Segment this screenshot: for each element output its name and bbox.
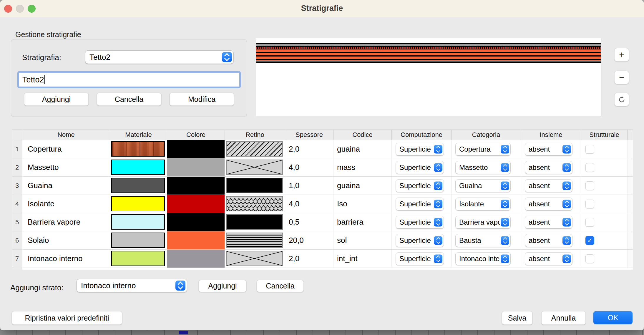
computazione-select[interactable]: Superficie xyxy=(396,234,444,247)
strutturale-checkbox[interactable] xyxy=(585,145,594,154)
codice-cell[interactable]: int_int xyxy=(333,250,392,268)
retino-cell[interactable] xyxy=(225,195,285,213)
nome-cell[interactable]: Solaio xyxy=(22,231,110,249)
materiale-cell[interactable] xyxy=(110,158,167,176)
nome-cell[interactable]: Intonaco interno xyxy=(22,250,110,268)
nome-cell[interactable]: Isolante xyxy=(22,195,110,213)
column-header-computazione[interactable]: Computazione xyxy=(392,130,452,140)
colore-cell[interactable] xyxy=(167,140,225,158)
color-swatch[interactable] xyxy=(167,213,225,231)
color-swatch[interactable] xyxy=(167,177,225,195)
computazione-select[interactable]: Superficie xyxy=(396,161,444,174)
codice-cell[interactable]: guaina xyxy=(333,177,392,195)
categoria-select[interactable]: Copertura xyxy=(456,143,510,155)
codice-cell[interactable]: barriera xyxy=(333,213,392,231)
delete-stratigraphy-button[interactable]: Cancella xyxy=(97,93,161,106)
material-swatch[interactable] xyxy=(111,196,165,211)
zoom-out-button[interactable]: − xyxy=(614,71,629,84)
pattern-swatch[interactable] xyxy=(226,141,283,157)
retino-cell[interactable] xyxy=(225,140,285,158)
codice-cell[interactable]: mass xyxy=(333,158,392,176)
categoria-select[interactable]: Intonaco interno xyxy=(456,253,510,265)
pattern-swatch[interactable] xyxy=(226,196,283,211)
retino-cell[interactable] xyxy=(225,158,285,176)
spessore-cell[interactable]: 2,0 xyxy=(285,250,333,268)
spessore-cell[interactable]: 2,0 xyxy=(285,140,333,158)
ok-button[interactable]: OK xyxy=(593,311,633,324)
column-header-strutturale[interactable]: Strutturale xyxy=(581,130,628,140)
codice-cell[interactable]: Iso xyxy=(333,195,392,213)
insieme-select[interactable]: absent xyxy=(525,161,572,174)
insieme-select[interactable]: absent xyxy=(525,216,572,228)
pattern-swatch[interactable] xyxy=(226,251,283,266)
delete-layer-button[interactable]: Cancella xyxy=(257,280,304,292)
materiale-cell[interactable] xyxy=(110,195,167,213)
computazione-select[interactable]: Superficie xyxy=(396,143,444,155)
strutturale-checkbox[interactable] xyxy=(585,200,594,208)
materiale-cell[interactable] xyxy=(110,177,167,195)
color-swatch[interactable] xyxy=(167,158,225,176)
categoria-select[interactable]: Isolante xyxy=(456,198,510,210)
codice-cell[interactable]: guaina xyxy=(333,140,392,158)
pattern-swatch[interactable] xyxy=(226,214,283,230)
colore-cell[interactable] xyxy=(167,250,225,268)
strutturale-checkbox[interactable] xyxy=(585,163,594,172)
cancel-button[interactable]: Annulla xyxy=(541,311,586,325)
spessore-cell[interactable]: 4,0 xyxy=(285,158,333,176)
colore-cell[interactable] xyxy=(167,158,225,176)
add-stratigraphy-button[interactable]: Aggiungi xyxy=(24,93,89,106)
retino-cell[interactable] xyxy=(225,177,285,195)
column-header-categoria[interactable]: Categoria xyxy=(452,130,521,140)
color-swatch[interactable] xyxy=(167,195,225,213)
strutturale-checkbox[interactable] xyxy=(585,254,594,263)
color-swatch[interactable] xyxy=(167,250,225,268)
computazione-select[interactable]: Superficie xyxy=(396,198,444,210)
strutturale-checkbox[interactable] xyxy=(585,181,594,190)
save-button[interactable]: Salva xyxy=(502,311,532,325)
insieme-select[interactable]: absent xyxy=(525,253,572,265)
computazione-select[interactable]: Superficie xyxy=(396,253,444,265)
categoria-select[interactable]: Barriera vapore xyxy=(456,216,510,228)
add-layer-button[interactable]: Aggiungi xyxy=(199,280,246,292)
colore-cell[interactable] xyxy=(167,195,225,213)
zoom-in-button[interactable]: + xyxy=(614,48,629,62)
colore-cell[interactable] xyxy=(167,177,225,195)
codice-cell[interactable]: sol xyxy=(333,231,392,249)
insieme-select[interactable]: absent xyxy=(525,143,572,155)
column-header-insieme[interactable]: Insieme xyxy=(521,130,581,140)
spessore-cell[interactable]: 4,0 xyxy=(285,195,333,213)
stratigraphy-name-input[interactable]: Tetto2 xyxy=(19,72,240,87)
materiale-cell[interactable] xyxy=(110,213,167,231)
materiale-cell[interactable] xyxy=(110,140,167,158)
strutturale-checkbox[interactable]: ✓ xyxy=(585,236,594,245)
pattern-swatch[interactable] xyxy=(226,178,283,193)
insieme-select[interactable]: absent xyxy=(525,198,572,210)
column-header-spessore[interactable]: Spessore xyxy=(285,130,333,140)
column-header-codice[interactable]: Codice xyxy=(333,130,392,140)
material-swatch[interactable] xyxy=(111,214,165,230)
column-header-nome[interactable]: Nome xyxy=(22,130,110,140)
categoria-select[interactable]: Bausta xyxy=(456,234,510,247)
column-header-materiale[interactable]: Materiale xyxy=(110,130,167,140)
nome-cell[interactable]: Massetto xyxy=(22,158,110,176)
categoria-select[interactable]: Massetto xyxy=(456,161,510,174)
strutturale-checkbox[interactable] xyxy=(585,218,594,227)
pattern-swatch[interactable] xyxy=(226,233,283,248)
retino-cell[interactable] xyxy=(225,250,285,268)
spessore-cell[interactable]: 20,0 xyxy=(285,231,333,249)
material-swatch[interactable] xyxy=(111,251,165,266)
edit-stratigraphy-button[interactable]: Modifica xyxy=(170,93,234,106)
insieme-select[interactable]: absent xyxy=(525,234,572,247)
retino-cell[interactable] xyxy=(225,231,285,249)
pattern-swatch[interactable] xyxy=(226,160,283,175)
materiale-cell[interactable] xyxy=(110,250,167,268)
material-swatch[interactable] xyxy=(111,178,165,193)
nome-cell[interactable]: Barriera vapore xyxy=(22,213,110,231)
colore-cell[interactable] xyxy=(167,231,225,249)
material-swatch[interactable] xyxy=(111,141,165,157)
insieme-select[interactable]: absent xyxy=(525,180,572,192)
column-header-colore[interactable]: Colore xyxy=(167,130,225,140)
column-header-retino[interactable]: Retino xyxy=(225,130,285,140)
nome-cell[interactable]: Copertura xyxy=(22,140,110,158)
spessore-cell[interactable]: 0,5 xyxy=(285,213,333,231)
